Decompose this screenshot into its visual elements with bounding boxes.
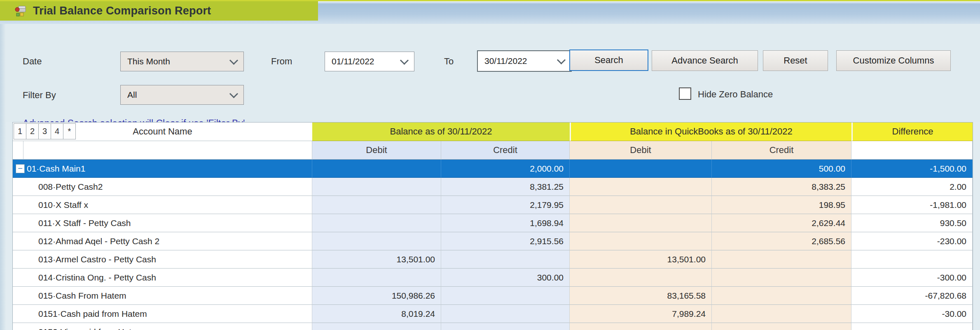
customize-columns-button[interactable]: Customize Columns xyxy=(836,50,951,71)
filter-by-label: Filter By xyxy=(23,90,56,101)
qb-debit-cell: 7,989.24 xyxy=(570,305,712,323)
date-range-select[interactable]: This Month xyxy=(120,52,244,71)
chevron-down-icon xyxy=(229,56,238,64)
bal-debit-cell xyxy=(312,178,441,196)
bal-debit-cell: 8,019.24 xyxy=(312,305,441,323)
diff-cell: 2.00 xyxy=(851,178,973,196)
filter-by-select[interactable]: All xyxy=(120,85,244,105)
bal-credit-cell: 2,179.95 xyxy=(441,196,570,214)
qb-debit-cell xyxy=(570,323,712,330)
row-indicator-cell xyxy=(13,305,23,323)
grid-subheader-row: Debit Credit Debit Credit xyxy=(13,141,973,160)
diff-cell xyxy=(851,323,973,330)
balance-debit-header[interactable]: Debit xyxy=(312,141,441,160)
reset-button[interactable]: Reset xyxy=(763,50,828,71)
table-row[interactable]: 0152·Visa paid from Hatem xyxy=(13,323,973,330)
qb-credit-cell: 2,629.44 xyxy=(712,214,851,232)
from-label: From xyxy=(271,56,292,67)
hide-zero-balance-label: Hide Zero Balance xyxy=(698,89,773,100)
account-name-cell: 013·Armel Castro - Petty Cash xyxy=(23,250,312,269)
bal-credit-cell: 2,000.00 xyxy=(441,160,570,178)
bal-debit-cell: 13,501.00 xyxy=(312,250,441,269)
quickbooks-debit-header[interactable]: Debit xyxy=(570,141,712,160)
table-row[interactable]: 008·Petty Cash28,381.258,383.252.00 xyxy=(13,178,973,196)
page-title: Trial Balance Comparison Report xyxy=(33,5,211,17)
collapse-button[interactable]: − xyxy=(16,164,25,173)
difference-subheader-cell xyxy=(851,141,973,160)
quickbooks-group-header[interactable]: Balance in QuickBooks as of 30/11/2022 xyxy=(570,123,851,141)
qb-debit-cell: 83,165.58 xyxy=(570,287,712,305)
from-date-select[interactable]: 01/11/2022 xyxy=(325,52,414,71)
qb-credit-cell: 500.00 xyxy=(712,160,851,178)
difference-header[interactable]: Difference xyxy=(851,123,973,141)
to-date-select[interactable]: 30/11/2022 xyxy=(477,50,572,72)
to-label: To xyxy=(444,56,454,67)
date-label: Date xyxy=(23,56,42,67)
account-name-cell: 0152·Visa paid from Hatem xyxy=(23,323,312,330)
grid-group-header-row: 1234* Account Name Balance as of 30/11/2… xyxy=(13,123,973,141)
diff-cell xyxy=(851,250,973,269)
filter-by-value: All xyxy=(127,90,231,100)
bal-debit-cell xyxy=(312,323,441,330)
from-date-value: 01/11/2022 xyxy=(332,57,401,66)
bal-debit-cell xyxy=(312,269,441,287)
diff-cell: -30.00 xyxy=(851,305,973,323)
chevron-down-icon xyxy=(229,89,238,98)
qb-credit-cell xyxy=(712,269,851,287)
row-indicator-cell xyxy=(13,287,23,305)
account-name-cell: 014·Cristina Ong. - Petty Cash xyxy=(23,269,312,287)
diff-cell: 930.50 xyxy=(851,214,973,232)
row-indicator-cell xyxy=(13,178,23,196)
account-name-header[interactable]: 1234* Account Name xyxy=(13,123,312,141)
table-row[interactable]: 013·Armel Castro - Petty Cash13,501.0013… xyxy=(13,250,973,269)
tree-level-button[interactable]: * xyxy=(63,123,76,139)
diff-cell: -1,981.00 xyxy=(851,196,973,214)
tree-level-button[interactable]: 1 xyxy=(14,123,26,139)
row-indicator-cell xyxy=(13,196,23,214)
qb-credit-cell xyxy=(712,250,851,269)
table-row[interactable]: 015·Cash From Hatem150,986.2683,165.58-6… xyxy=(13,287,973,305)
tree-level-button[interactable]: 4 xyxy=(51,123,63,139)
qb-credit-cell xyxy=(712,287,851,305)
bal-credit-cell xyxy=(441,287,570,305)
bal-debit-cell: 150,986.26 xyxy=(312,287,441,305)
bal-debit-cell xyxy=(312,160,441,178)
diff-cell: -1,500.00 xyxy=(851,160,973,178)
chevron-down-icon xyxy=(400,56,409,64)
quickbooks-credit-header[interactable]: Credit xyxy=(712,141,851,160)
table-row[interactable]: 010·X Staff x2,179.95198.95-1,981.00 xyxy=(13,196,973,214)
table-row[interactable]: 011·X Staff - Petty Cash1,698.942,629.44… xyxy=(13,214,973,232)
account-subheader-cell xyxy=(23,141,312,160)
balance-group-header[interactable]: Balance as of 30/11/2022 xyxy=(312,123,570,141)
row-indicator-cell xyxy=(13,269,23,287)
qb-debit-cell: 13,501.00 xyxy=(570,250,712,269)
table-row[interactable]: 012·Ahmad Aqel - Petty Cash 22,915.562,6… xyxy=(13,232,973,250)
diff-cell: -300.00 xyxy=(851,269,973,287)
diff-cell: -230.00 xyxy=(851,232,973,250)
account-name-cell: 012·Ahmad Aqel - Petty Cash 2 xyxy=(23,232,312,250)
bal-credit-cell: 300.00 xyxy=(441,269,570,287)
bal-credit-cell xyxy=(441,323,570,330)
account-name-cell: 010·X Staff x xyxy=(23,196,312,214)
tree-level-button[interactable]: 3 xyxy=(38,123,51,139)
table-row[interactable]: 01·Cash Main12,000.00500.00-1,500.00− xyxy=(13,160,973,178)
search-button[interactable]: Search xyxy=(569,50,648,71)
table-row[interactable]: 014·Cristina Ong. - Petty Cash300.00-300… xyxy=(13,269,973,287)
balance-credit-header[interactable]: Credit xyxy=(441,141,570,160)
row-indicator-cell xyxy=(13,214,23,232)
qb-credit-cell: 8,383.25 xyxy=(712,178,851,196)
bal-debit-cell xyxy=(312,214,441,232)
table-row[interactable]: 0151·Cash paid from Hatem8,019.247,989.2… xyxy=(13,305,973,323)
hide-zero-balance-checkbox[interactable] xyxy=(679,87,691,100)
qb-debit-cell xyxy=(570,160,712,178)
tree-level-button[interactable]: 2 xyxy=(26,123,39,139)
bal-credit-cell xyxy=(441,250,570,269)
trial-balance-window: Trial Balance Comparison Report Date Thi… xyxy=(0,0,980,330)
advance-search-button[interactable]: Advance Search xyxy=(652,50,758,71)
row-indicator-cell xyxy=(13,323,23,330)
qb-credit-cell xyxy=(712,323,851,330)
account-name-cell: 0151·Cash paid from Hatem xyxy=(23,305,312,323)
bal-credit-cell: 8,381.25 xyxy=(441,178,570,196)
qb-credit-cell: 198.95 xyxy=(712,196,851,214)
qb-debit-cell xyxy=(570,196,712,214)
